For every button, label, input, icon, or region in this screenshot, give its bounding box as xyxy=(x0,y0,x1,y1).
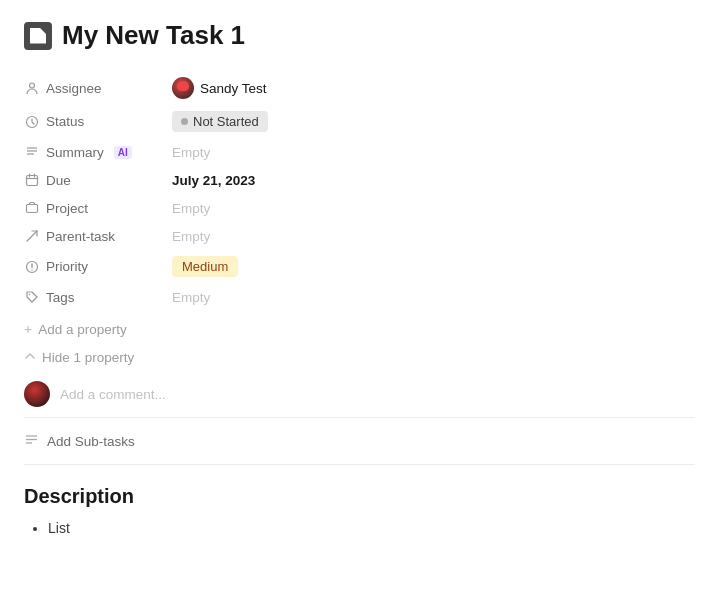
assignee-name: Sandy Test xyxy=(200,81,267,96)
svg-point-0 xyxy=(30,83,35,88)
parent-task-label-inner: Parent-task xyxy=(24,228,156,244)
app-icon xyxy=(24,22,52,50)
assignee-label: Assignee xyxy=(46,81,102,96)
project-label-cell: Project xyxy=(24,194,164,222)
chevron-up-icon xyxy=(24,349,36,365)
status-badge: Not Started xyxy=(172,111,268,132)
status-label: Status xyxy=(46,114,84,129)
add-property-row[interactable]: + Add a property xyxy=(24,315,695,343)
project-value-cell[interactable]: Empty xyxy=(164,194,695,222)
status-icon xyxy=(24,114,40,130)
status-dot xyxy=(181,118,188,125)
svg-rect-9 xyxy=(27,205,38,213)
parent-task-value: Empty xyxy=(172,229,210,244)
status-label-inner: Status xyxy=(24,114,156,130)
subtasks-icon xyxy=(24,432,39,450)
comment-avatar xyxy=(24,381,50,407)
project-label: Project xyxy=(46,201,88,216)
subtasks-label: Add Sub-tasks xyxy=(47,434,135,449)
svg-rect-5 xyxy=(27,176,38,186)
avatar xyxy=(172,77,194,99)
table-row: Tags Empty xyxy=(24,283,695,311)
svg-point-14 xyxy=(29,294,31,296)
summary-value-cell[interactable]: Empty xyxy=(164,138,695,166)
tags-label-cell: Tags xyxy=(24,283,164,311)
priority-label-cell: Priority xyxy=(24,250,164,283)
page-title-row: My New Task 1 xyxy=(24,20,695,51)
plus-icon: + xyxy=(24,321,32,337)
calendar-icon xyxy=(24,172,40,188)
assignee-label-cell: Assignee xyxy=(24,71,164,105)
status-text: Not Started xyxy=(193,114,259,129)
project-value: Empty xyxy=(172,201,210,216)
parent-task-label: Parent-task xyxy=(46,229,115,244)
table-row: Parent-task Empty xyxy=(24,222,695,250)
table-row: Status Not Started xyxy=(24,105,695,138)
assignee-value: Sandy Test xyxy=(172,77,687,99)
properties-table: Assignee Sandy Test xyxy=(24,71,695,311)
person-icon xyxy=(24,80,40,96)
parent-task-label-cell: Parent-task xyxy=(24,222,164,250)
tags-value-cell[interactable]: Empty xyxy=(164,283,695,311)
due-value-cell[interactable]: July 21, 2023 xyxy=(164,166,695,194)
project-label-inner: Project xyxy=(24,200,156,216)
comment-row: Add a comment... xyxy=(24,371,695,418)
parent-task-value-cell[interactable]: Empty xyxy=(164,222,695,250)
due-label-inner: Due xyxy=(24,172,156,188)
table-row: Summary AI Empty xyxy=(24,138,695,166)
priority-badge: Medium xyxy=(172,256,238,277)
description-title: Description xyxy=(24,485,695,508)
svg-line-10 xyxy=(27,231,37,241)
table-row: Priority Medium xyxy=(24,250,695,283)
app-icon-inner xyxy=(30,28,46,44)
description-list: List xyxy=(24,520,695,536)
status-value-cell[interactable]: Not Started xyxy=(164,105,695,138)
assignee-label-inner: Assignee xyxy=(24,80,156,96)
parent-icon xyxy=(24,228,40,244)
summary-label-inner: Summary AI xyxy=(24,144,156,160)
hide-property-label: Hide 1 property xyxy=(42,350,134,365)
add-property-label: Add a property xyxy=(38,322,127,337)
svg-point-13 xyxy=(31,269,32,270)
tags-label-inner: Tags xyxy=(24,289,156,305)
project-icon xyxy=(24,200,40,216)
status-label-cell: Status xyxy=(24,105,164,138)
subtasks-row[interactable]: Add Sub-tasks xyxy=(24,418,695,465)
comment-input[interactable]: Add a comment... xyxy=(60,387,166,402)
hide-property-row[interactable]: Hide 1 property xyxy=(24,343,695,371)
summary-label: Summary xyxy=(46,145,104,160)
table-row: Assignee Sandy Test xyxy=(24,71,695,105)
description-section: Description List xyxy=(24,465,695,536)
tag-icon xyxy=(24,289,40,305)
priority-value-cell[interactable]: Medium xyxy=(164,250,695,283)
summary-icon xyxy=(24,144,40,160)
page-container: My New Task 1 Assignee xyxy=(0,0,719,560)
ai-badge: AI xyxy=(114,146,132,159)
tags-label: Tags xyxy=(46,290,75,305)
summary-label-cell: Summary AI xyxy=(24,138,164,166)
tags-value: Empty xyxy=(172,290,210,305)
list-item: List xyxy=(48,520,695,536)
priority-label: Priority xyxy=(46,259,88,274)
page-title[interactable]: My New Task 1 xyxy=(62,20,245,51)
due-label-cell: Due xyxy=(24,166,164,194)
table-row: Due July 21, 2023 xyxy=(24,166,695,194)
table-row: Project Empty xyxy=(24,194,695,222)
priority-label-inner: Priority xyxy=(24,259,156,275)
due-date: July 21, 2023 xyxy=(172,173,255,188)
summary-value: Empty xyxy=(172,145,210,160)
due-label: Due xyxy=(46,173,71,188)
priority-icon xyxy=(24,259,40,275)
assignee-value-cell[interactable]: Sandy Test xyxy=(164,71,695,105)
